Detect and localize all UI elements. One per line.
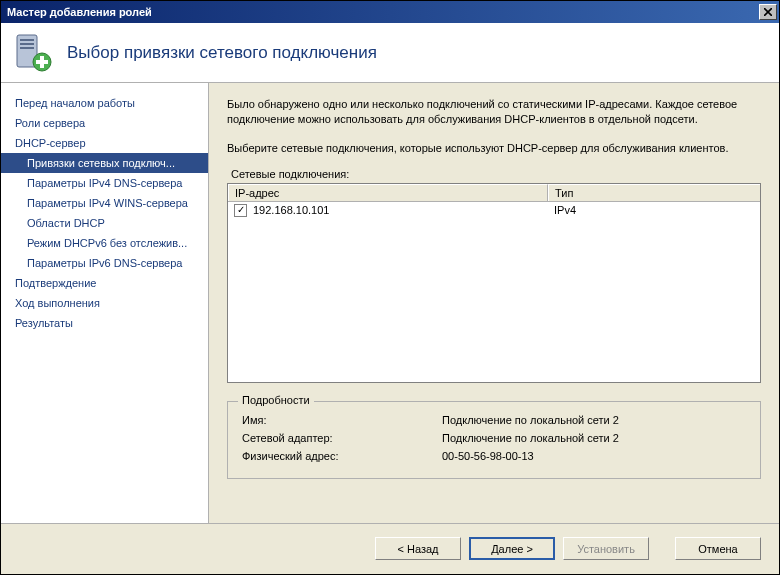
column-type[interactable]: Тип: [548, 184, 760, 201]
wizard-header: Выбор привязки сетевого подключения: [1, 23, 779, 83]
table-label: Сетевые подключения:: [231, 168, 761, 180]
close-button[interactable]: [759, 4, 777, 20]
svg-rect-1: [20, 39, 34, 41]
next-button[interactable]: Далее >: [469, 537, 555, 560]
detail-row-adapter: Сетевой адаптер: Подключение по локально…: [242, 432, 746, 444]
cell-type: IPv4: [554, 204, 754, 217]
sidebar-item-11[interactable]: Результаты: [1, 313, 208, 333]
sidebar-item-6[interactable]: Области DHCP: [1, 213, 208, 233]
button-bar: < Назад Далее > Установить Отмена: [1, 523, 779, 573]
svg-rect-3: [20, 47, 34, 49]
sidebar-item-3[interactable]: Привязки сетевых подключ...: [1, 153, 208, 173]
detail-name-label: Имя:: [242, 414, 442, 426]
sidebar-item-9[interactable]: Подтверждение: [1, 273, 208, 293]
sidebar-item-0[interactable]: Перед началом работы: [1, 93, 208, 113]
table-header: IP-адрес Тип: [228, 184, 760, 202]
sidebar-item-1[interactable]: Роли сервера: [1, 113, 208, 133]
connection-checkbox[interactable]: ✓: [234, 204, 247, 217]
connections-table: IP-адрес Тип ✓192.168.10.101IPv4: [227, 183, 761, 383]
page-title: Выбор привязки сетевого подключения: [67, 43, 377, 63]
window-title: Мастер добавления ролей: [7, 6, 759, 18]
close-icon: [764, 8, 772, 16]
detail-adapter-label: Сетевой адаптер:: [242, 432, 442, 444]
detail-mac-value: 00-50-56-98-00-13: [442, 450, 746, 462]
ip-value: 192.168.10.101: [253, 204, 329, 216]
detail-row-name: Имя: Подключение по локальной сети 2: [242, 414, 746, 426]
cell-ip: ✓192.168.10.101: [234, 204, 554, 217]
column-ip[interactable]: IP-адрес: [228, 184, 548, 201]
details-legend: Подробности: [238, 394, 314, 406]
sidebar-item-4[interactable]: Параметры IPv4 DNS-сервера: [1, 173, 208, 193]
back-button[interactable]: < Назад: [375, 537, 461, 560]
svg-rect-2: [20, 43, 34, 45]
intro-text: Было обнаружено одно или несколько подкл…: [227, 97, 761, 128]
sidebar-item-2[interactable]: DHCP-сервер: [1, 133, 208, 153]
detail-name-value: Подключение по локальной сети 2: [442, 414, 746, 426]
instruction-text: Выберите сетевые подключения, которые ис…: [227, 142, 761, 154]
table-row[interactable]: ✓192.168.10.101IPv4: [228, 202, 760, 219]
cancel-button[interactable]: Отмена: [675, 537, 761, 560]
titlebar: Мастер добавления ролей: [1, 1, 779, 23]
sidebar-item-10[interactable]: Ход выполнения: [1, 293, 208, 313]
sidebar-item-8[interactable]: Параметры IPv6 DNS-сервера: [1, 253, 208, 273]
detail-row-mac: Физический адрес: 00-50-56-98-00-13: [242, 450, 746, 462]
content-area: Перед началом работыРоли сервераDHCP-сер…: [1, 83, 779, 523]
svg-rect-6: [36, 60, 48, 64]
sidebar-item-7[interactable]: Режим DHCPv6 без отслежив...: [1, 233, 208, 253]
detail-adapter-value: Подключение по локальной сети 2: [442, 432, 746, 444]
detail-mac-label: Физический адрес:: [242, 450, 442, 462]
details-group: Подробности Имя: Подключение по локально…: [227, 401, 761, 479]
main-panel: Было обнаружено одно или несколько подкл…: [209, 83, 779, 523]
table-body: ✓192.168.10.101IPv4: [228, 202, 760, 382]
server-add-icon: [11, 31, 55, 75]
install-button: Установить: [563, 537, 649, 560]
sidebar-item-5[interactable]: Параметры IPv4 WINS-сервера: [1, 193, 208, 213]
wizard-sidebar: Перед началом работыРоли сервераDHCP-сер…: [1, 83, 209, 523]
